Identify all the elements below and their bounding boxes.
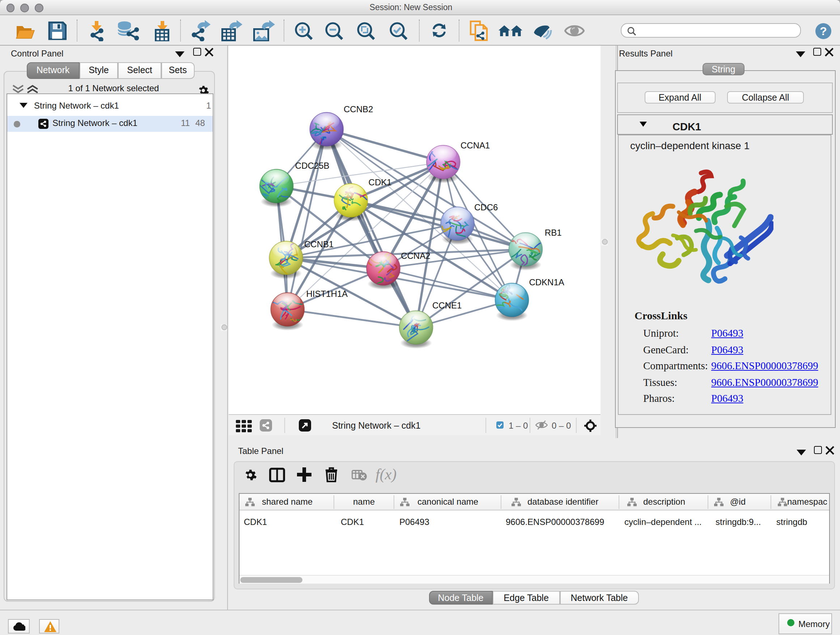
svg-text:CCNB2: CCNB2 [343,104,373,114]
svg-text:?: ? [820,25,827,38]
svg-text:CCNA2: CCNA2 [401,251,430,261]
svg-text:RB1: RB1 [545,228,561,238]
svg-text:CDC6: CDC6 [474,203,497,212]
svg-text:CCNA1: CCNA1 [460,141,489,150]
svg-text:HIST1H1A: HIST1H1A [306,289,347,299]
svg-text:CCNB1: CCNB1 [304,239,333,249]
svg-text:CCNE1: CCNE1 [432,301,461,310]
svg-text:CDC25B: CDC25B [295,161,329,171]
svg-text:CDK1: CDK1 [368,177,392,187]
svg-text:CDKN1A: CDKN1A [529,277,564,287]
